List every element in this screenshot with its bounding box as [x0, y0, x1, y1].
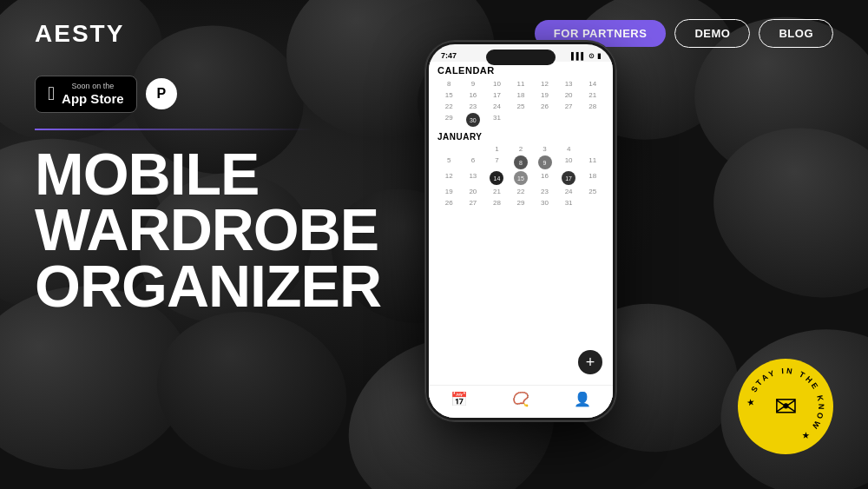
- avatar-15: 15: [514, 171, 528, 185]
- december-row2: 15 16 17 18 19 20 21: [437, 90, 604, 100]
- january-row5: 26 27 28 29 30 31: [437, 198, 604, 208]
- phone-screen: 7:47 ▌▌▌ ⊙ ▮ CALENDAR 8 9: [429, 44, 613, 418]
- january-row3: 12 13 14 15 16 17 18: [437, 171, 604, 185]
- december-row3: 22 23 24 25 26 27 28: [437, 102, 604, 111]
- nav-profile-icon[interactable]: 👤: [574, 391, 591, 407]
- avatar-14: 14: [490, 171, 503, 185]
- product-hunt-badge[interactable]: P: [146, 78, 177, 109]
- stay-in-know-badge[interactable]: ★ STAY IN THE KNOW ★ ✉: [738, 359, 833, 454]
- brand-logo: AESTY: [35, 20, 124, 48]
- december-row4: 29 30 31: [437, 113, 604, 127]
- nav-wardrobe-icon[interactable]: 📿: [512, 391, 529, 407]
- avatar-9: 9: [538, 155, 552, 169]
- status-icons: ▌▌▌ ⊙ ▮: [571, 52, 601, 60]
- january-row1: 1 2 3 4: [437, 144, 604, 154]
- page-content: AESTY FOR PARTNERS DEMO BLOG  Soon on t…: [0, 0, 868, 489]
- badge-inner: ★ STAY IN THE KNOW ★ ✉: [738, 359, 833, 454]
- phone-mockup: 7:47 ▌▌▌ ⊙ ▮ CALENDAR 8 9: [425, 41, 616, 421]
- hero-title-line1: MOBILE: [35, 146, 365, 202]
- hero-title: MOBILE WARDROBE ORGANIZER: [35, 146, 365, 314]
- apple-icon: : [48, 84, 55, 103]
- hero-title-line2: WARDROBE: [35, 202, 365, 258]
- status-time: 7:47: [441, 51, 457, 60]
- fab-add-button[interactable]: +: [578, 350, 602, 374]
- phone-notch: [486, 50, 556, 65]
- avatar-8: 8: [514, 155, 528, 169]
- nav-calendar-icon[interactable]: 📅: [450, 391, 468, 407]
- main-body:  Soon on the App Store P MOBILE WARDROB…: [0, 67, 868, 489]
- december-row1: 8 9 10 11 12 13 14: [437, 79, 604, 89]
- january-row4: 19 20 21 22 23 24 25: [437, 187, 604, 196]
- blog-button[interactable]: BLOG: [759, 19, 833, 48]
- phone-bottom-nav: 📅 📿 👤: [429, 385, 613, 418]
- avatar-17: 17: [562, 171, 575, 185]
- january-label: JANUARY: [437, 132, 604, 142]
- battery-icon: ▮: [597, 52, 601, 60]
- wifi-icon: ⊙: [589, 52, 595, 60]
- calendar-title: CALENDAR: [437, 65, 604, 76]
- january-row2: 5 6 7 8 9 10 11: [437, 155, 604, 169]
- left-content:  Soon on the App Store P MOBILE WARDROB…: [0, 67, 399, 489]
- app-store-text: Soon on the App Store: [62, 82, 124, 107]
- store-name: App Store: [62, 91, 124, 107]
- badge-row:  Soon on the App Store P: [35, 76, 365, 113]
- accent-divider: [35, 129, 312, 130]
- signal-icon: ▌▌▌: [571, 52, 586, 60]
- soon-text: Soon on the: [62, 82, 124, 91]
- demo-button[interactable]: DEMO: [674, 19, 750, 48]
- app-store-button[interactable]:  Soon on the App Store: [35, 76, 137, 113]
- highlighted-date-30: 30: [466, 113, 480, 127]
- envelope-icon: ✉: [774, 390, 798, 423]
- hero-title-line3: ORGANIZER: [35, 258, 365, 314]
- phone-calendar-content: CALENDAR 8 9 10 11 12 13 14 15: [429, 62, 613, 409]
- phone-outer-frame: 7:47 ▌▌▌ ⊙ ▮ CALENDAR 8 9: [425, 41, 616, 421]
